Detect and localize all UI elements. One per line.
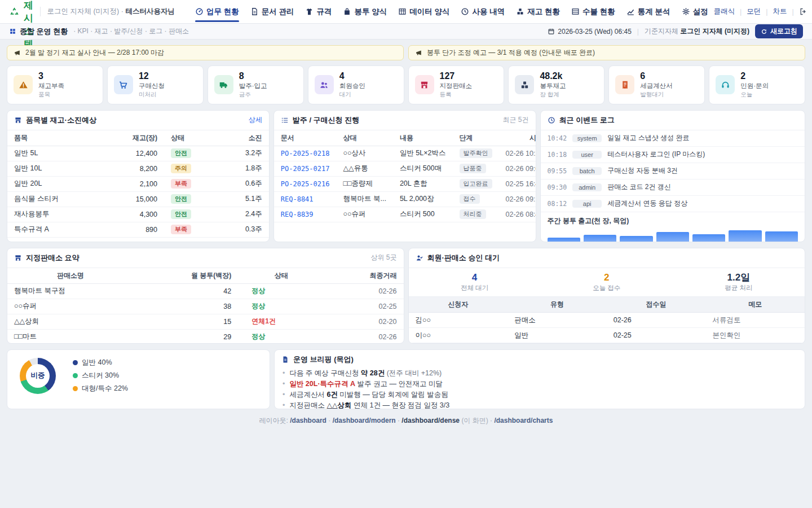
page-title: 종합 운영 현황 <box>20 27 68 37</box>
kpi-card-구매신청[interactable]: 12구매신청미처리 <box>107 65 204 104</box>
store-status: 정상 <box>251 287 265 295</box>
nav-item-ledger[interactable]: 수불 현황 <box>571 0 615 24</box>
kpi-label: 세금계산서 <box>640 82 673 90</box>
layout-footer: 레이아웃: /dashboard · /dashboard/modern · /… <box>7 416 805 426</box>
status-badge: 안전 <box>171 209 191 219</box>
nav-item-work-status[interactable]: 업무 현황 <box>195 0 239 24</box>
store-row: ○○슈퍼38정상02-25 <box>7 299 404 314</box>
kpi-label: 발주·입고 <box>239 82 267 90</box>
kpi-card-세금계산서[interactable]: 6세금계산서발행대기 <box>608 65 705 104</box>
nav-item-usage[interactable]: 사용 내역 <box>461 0 505 24</box>
event-tag: api <box>572 200 602 208</box>
stage-badge: 처리중 <box>460 209 486 219</box>
nav-item-spec[interactable]: 규격 <box>305 0 332 24</box>
bar-목 <box>656 232 689 242</box>
inventory-row: 재사용봉투4,300안전2.4주 <box>7 207 269 222</box>
kpi-card-재고부족[interactable]: 3재고부족품목 <box>7 65 103 104</box>
chart-icon <box>626 7 635 16</box>
layout-link-1[interactable]: 모던 <box>747 7 761 16</box>
nav-item-doc-manage[interactable]: 문서 관리 <box>250 0 294 24</box>
briefing-bullet: •세금계산서 6건 미발행 — 담당 회계에 알림 발송됨 <box>283 389 797 400</box>
doc-link[interactable]: PO-2025-0217 <box>281 165 330 173</box>
refresh-button[interactable]: 새로고침 <box>755 24 803 38</box>
kpi-sublabel: 오늘 <box>740 91 769 99</box>
login-info: 로그인 지자체 (미지정) · 테스터사용자님 <box>40 7 175 16</box>
logout-icon[interactable] <box>799 7 807 16</box>
bar-월 <box>548 238 580 242</box>
boxes-icon <box>515 75 534 94</box>
doc-link[interactable]: PO-2025-0216 <box>281 180 330 188</box>
bar-일 <box>765 231 798 242</box>
approval-row: 박○○판매소02-25주소불일치 <box>409 343 805 344</box>
doc-link[interactable]: REQ-8841 <box>281 195 314 203</box>
approval-stats: 4전체 대기2오늘 접수1.2일평균 처리 <box>409 268 805 297</box>
briefing-bullets: •다음 주 예상 구매신청 약 28건 (전주 대비 +12%)•일반 20L·… <box>275 367 805 409</box>
nav-right-links: 클래식|모던|차트| <box>714 7 807 16</box>
stage-badge: 입고완료 <box>460 179 492 189</box>
kpi-sublabel: 등록 <box>440 91 473 99</box>
main-nav: 업무 현황문서 관리규격봉투 양식데이터 양식사용 내역재고 현황수불 현황통계… <box>189 0 714 24</box>
briefing-panel: 운영 브리핑 (목업) •다음 주 예상 구매신청 약 28건 (전주 대비 +… <box>274 349 805 409</box>
bar-금 <box>692 234 725 242</box>
inventory-detail-link[interactable]: 상세 <box>249 115 262 125</box>
gear-icon <box>682 7 690 16</box>
status-badge: 주의 <box>171 164 191 173</box>
notice-banner-0: 2월 말 정기 재고 실사 안내 — 2/28 17:00 마감 <box>7 45 404 60</box>
truck-icon <box>214 75 233 94</box>
calendar-icon <box>548 28 555 35</box>
event-log-row: 08:12api세금계산서 연동 응답 정상 <box>541 196 805 212</box>
rows-icon <box>571 7 580 16</box>
orders-panel: 발주 / 구매신청 진행 최근 5건 문서 상대 내용 단계 시각 PO-202… <box>273 110 536 242</box>
event-tag: admin <box>572 183 602 191</box>
kpi-sublabel: 대기 <box>339 91 365 99</box>
layout-link-0[interactable]: 클래식 <box>714 7 735 16</box>
nav-item-stock[interactable]: 재고 현황 <box>516 0 560 24</box>
bag-icon <box>343 7 351 16</box>
kpi-value: 127 <box>440 71 473 81</box>
kpi-card-회원승인[interactable]: 4회원승인대기 <box>308 65 404 104</box>
history-icon <box>548 116 555 124</box>
donut-chart: 비중 <box>20 358 56 394</box>
event-tag: batch <box>572 167 602 175</box>
doc-link[interactable]: PO-2025-0218 <box>281 150 330 157</box>
approval-row: 이○○일반02-25본인확인 <box>409 328 805 343</box>
kpi-label: 봉투재고 <box>540 82 566 90</box>
footer-link[interactable]: /dashboard/modern <box>333 417 396 424</box>
top-navbar: 종량제 시스템 로그인 지자체 (미지정) · 테스터사용자님 업무 현황문서 … <box>0 0 812 24</box>
footer-link[interactable]: /dashboard/charts <box>494 417 553 424</box>
store-icon <box>14 254 22 262</box>
footer-link[interactable]: /dashboard <box>290 417 326 424</box>
kpi-value: 4 <box>339 71 365 81</box>
panel-row-secondary: 지정판매소 요약 상위 5곳 판매소명 월 봉투(백장) 상태 최종거래 행복마… <box>7 248 805 344</box>
inventory-panel: 품목별 재고·소진예상 상세 품목 재고(장) 상태 소진 일반 5L12,40… <box>7 110 270 242</box>
brand[interactable]: 종량제 시스템 <box>9 0 33 51</box>
bar-수 <box>620 236 652 242</box>
nav-item-bag-form[interactable]: 봉투 양식 <box>343 0 387 24</box>
kpi-sublabel: 장 합계 <box>540 91 566 99</box>
nav-item-data-form[interactable]: 데이터 양식 <box>398 0 449 24</box>
event-log-row: 09:30admin판매소 코드 2건 갱신 <box>541 179 805 196</box>
footer-link[interactable]: /dashboard/dense <box>401 417 460 424</box>
warning-icon <box>14 75 33 94</box>
doc-link[interactable]: REQ-8839 <box>281 211 314 218</box>
inventory-row: 음식물 스티커15,000안전5.1주 <box>7 191 269 207</box>
kpi-card-발주·입고[interactable]: 8발주·입고금주 <box>208 65 304 104</box>
inventory-row: 일반 10L8,200주의1.8주 <box>7 161 269 176</box>
kpi-card-지정판매소[interactable]: 127지정판매소등록 <box>408 65 505 104</box>
kpi-label: 민원·문의 <box>740 82 769 90</box>
layout-link-2[interactable]: 차트 <box>773 7 787 16</box>
cart-icon <box>114 75 133 94</box>
store-status: 정상 <box>251 302 265 310</box>
nav-item-stats[interactable]: 통계 분석 <box>626 0 670 24</box>
megaphone-icon <box>14 49 21 56</box>
stage-badge: 접수 <box>460 194 480 204</box>
approval-stat: 2오늘 접수 <box>541 272 673 293</box>
kpi-card-민원·문의[interactable]: 2민원·문의오늘 <box>709 65 805 104</box>
order-row: REQ-8841행복마트 북...5L 2,000장접수02-26 09:12 <box>274 191 536 207</box>
headset-icon <box>716 75 735 94</box>
nav-item-settings[interactable]: 설정 <box>682 0 708 24</box>
kpi-card-봉투재고[interactable]: 48.2k봉투재고장 합계 <box>508 65 604 104</box>
briefing-bullet: •지정판매소 △△상회 연체 1건 — 현장 점검 일정 3/3 <box>283 400 797 409</box>
history-icon <box>461 7 469 16</box>
inventory-row: 일반 5L12,400안전3.2주 <box>7 146 269 161</box>
